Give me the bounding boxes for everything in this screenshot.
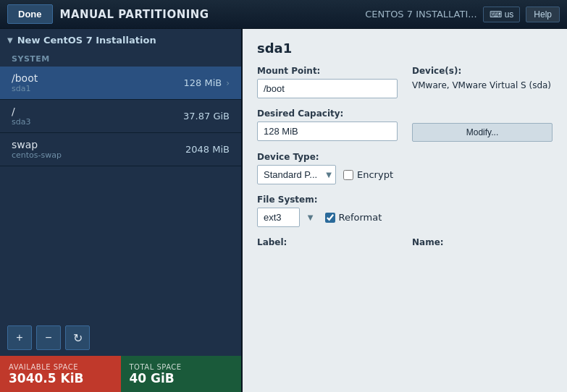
install-label: CENTOS 7 INSTALLATI... xyxy=(365,9,476,20)
device-group: Device(s): VMware, VMware Virtual S (sda… xyxy=(412,66,553,98)
partition-info-boot: /boot sda1 xyxy=(12,72,38,93)
available-space-label: AVAILABLE SPACE xyxy=(9,363,112,371)
partition-right-root: 37.87 GiB xyxy=(183,111,230,122)
filesystem-select-arrow-icon: ▼ xyxy=(308,213,314,221)
desired-capacity-input[interactable] xyxy=(257,122,398,141)
mount-point-label: Mount Point: xyxy=(257,66,398,76)
device-type-group: Device Type: Standard P... ▼ xyxy=(257,152,336,184)
total-space-label: TOTAL SPACE xyxy=(130,363,233,371)
reformat-group: Reformat xyxy=(325,212,382,223)
partition-item-swap[interactable]: swap centos-swap 2048 MiB xyxy=(0,133,241,166)
encrypt-label: Encrypt xyxy=(357,169,393,180)
name-field-label: Name: xyxy=(412,237,553,247)
reformat-label: Reformat xyxy=(339,212,382,223)
desired-capacity-group: Desired Capacity: xyxy=(257,108,398,142)
done-button[interactable]: Done xyxy=(7,4,53,24)
partition-dev-swap: centos-swap xyxy=(12,150,62,160)
collapse-icon[interactable]: ▼ xyxy=(7,36,13,44)
filesystem-label: File System: xyxy=(257,195,318,205)
top-bar-left: Done MANUAL PARTITIONING xyxy=(7,4,209,24)
available-space-block: AVAILABLE SPACE 3040.5 KiB xyxy=(0,356,121,392)
bottom-stats: AVAILABLE SPACE 3040.5 KiB TOTAL SPACE 4… xyxy=(0,356,241,392)
available-space-value: 3040.5 KiB xyxy=(9,371,112,385)
partition-size-root: 37.87 GiB xyxy=(183,111,230,122)
partition-name-root: / xyxy=(12,106,30,117)
keyboard-layout-label: us xyxy=(505,9,514,20)
top-bar: Done MANUAL PARTITIONING CENTOS 7 INSTAL… xyxy=(0,0,567,29)
partition-right-boot: 128 MiB › xyxy=(183,77,230,88)
top-bar-right: CENTOS 7 INSTALLATI... ⌨ us Help xyxy=(365,7,560,22)
partition-detail-title: sda1 xyxy=(257,41,553,56)
capacity-modify-row: Desired Capacity: . Modify... xyxy=(257,108,553,142)
left-actions: + − ↻ xyxy=(0,320,241,356)
system-label: SYSTEM xyxy=(0,51,241,67)
device-type-label: Device Type: xyxy=(257,152,336,162)
right-panel: sda1 Mount Point: Device(s): VMware, VMw… xyxy=(243,29,567,392)
help-button[interactable]: Help xyxy=(526,7,560,22)
filesystem-select-wrapper: ext3 ▼ xyxy=(257,208,318,227)
partition-info-swap: swap centos-swap xyxy=(12,139,62,160)
device-type-select[interactable]: Standard P... xyxy=(257,165,336,184)
left-panel: ▼ New CentOS 7 Installation SYSTEM /boot… xyxy=(0,29,243,392)
partition-size-boot: 128 MiB xyxy=(183,77,222,88)
modify-group: . Modify... xyxy=(412,108,553,142)
label-group: Label: xyxy=(257,237,398,247)
add-partition-button[interactable]: + xyxy=(7,325,32,350)
partition-item-boot[interactable]: /boot sda1 128 MiB › xyxy=(0,67,241,100)
installation-header: ▼ New CentOS 7 Installation xyxy=(0,29,241,51)
device-type-row: Device Type: Standard P... ▼ Encrypt xyxy=(257,152,553,184)
filesystem-group: File System: ext3 ▼ xyxy=(257,195,318,227)
partition-right-swap: 2048 MiB xyxy=(185,144,230,155)
remove-partition-button[interactable]: − xyxy=(36,325,61,350)
partition-dev-boot: sda1 xyxy=(12,84,38,93)
desired-capacity-label: Desired Capacity: xyxy=(257,108,398,119)
reformat-checkbox[interactable] xyxy=(325,213,335,223)
keyboard-icon: ⌨ xyxy=(490,9,502,20)
device-type-select-wrapper: Standard P... ▼ xyxy=(257,165,336,184)
mount-point-input[interactable] xyxy=(257,79,398,98)
label-field-label: Label: xyxy=(257,237,398,247)
partition-item-root[interactable]: / sda3 37.87 GiB xyxy=(0,100,241,133)
filesystem-select[interactable]: ext3 xyxy=(257,208,300,227)
partition-info-root: / sda3 xyxy=(12,106,30,127)
mount-point-group: Mount Point: xyxy=(257,66,398,98)
keyboard-button[interactable]: ⌨ us xyxy=(483,7,521,22)
partition-dev-root: sda3 xyxy=(12,117,30,127)
partition-name-boot: /boot xyxy=(12,72,38,84)
partition-name-swap: swap xyxy=(12,139,62,150)
main-layout: ▼ New CentOS 7 Installation SYSTEM /boot… xyxy=(0,29,567,392)
modify-button[interactable]: Modify... xyxy=(412,123,553,142)
total-space-block: TOTAL SPACE 40 GiB xyxy=(121,356,242,392)
installation-header-label: New CentOS 7 Installation xyxy=(17,35,156,46)
encrypt-group: Encrypt xyxy=(343,169,393,180)
partition-size-swap: 2048 MiB xyxy=(185,144,230,155)
page-title: MANUAL PARTITIONING xyxy=(60,8,209,21)
encrypt-checkbox[interactable] xyxy=(343,170,353,180)
filesystem-row: File System: ext3 ▼ Reformat xyxy=(257,195,553,227)
name-group: Name: xyxy=(412,237,553,247)
total-space-value: 40 GiB xyxy=(130,371,233,385)
device-info-value: VMware, VMware Virtual S (sda) xyxy=(412,80,553,90)
mount-device-row: Mount Point: Device(s): VMware, VMware V… xyxy=(257,66,553,98)
device-label: Device(s): xyxy=(412,66,553,76)
label-name-row: Label: Name: xyxy=(257,237,553,247)
refresh-button[interactable]: ↻ xyxy=(65,325,90,350)
chevron-right-icon: › xyxy=(226,78,230,88)
